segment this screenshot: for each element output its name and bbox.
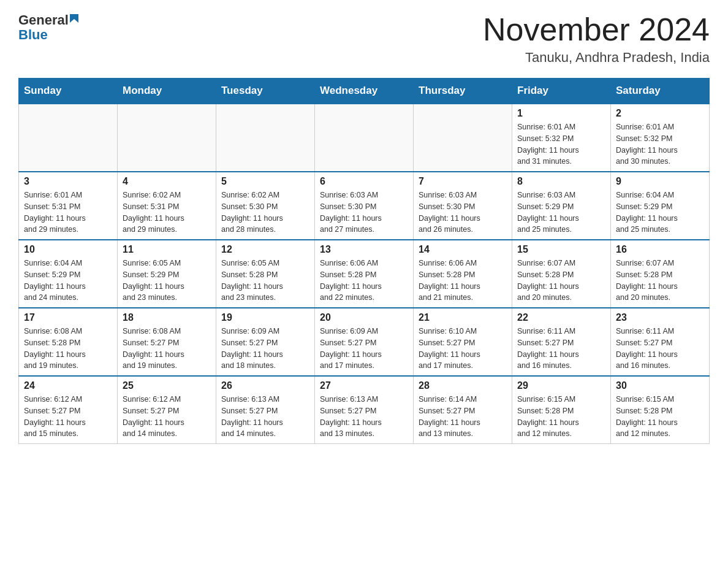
table-row [315,104,414,172]
day-number: 19 [221,312,309,323]
day-info: Sunrise: 6:01 AMSunset: 5:32 PMDaylight:… [616,121,704,167]
day-info: Sunrise: 6:04 AMSunset: 5:29 PMDaylight:… [24,258,112,304]
day-info: Sunrise: 6:13 AMSunset: 5:27 PMDaylight:… [320,394,408,440]
day-info: Sunrise: 6:09 AMSunset: 5:27 PMDaylight:… [320,326,408,372]
day-number: 8 [517,176,605,187]
table-row [118,104,216,172]
table-row: 23Sunrise: 6:11 AMSunset: 5:27 PMDayligh… [611,308,710,376]
logo: General Blue [18,12,83,43]
day-number: 14 [419,244,507,255]
title-block: November 2024 Tanuku, Andhra Pradesh, In… [483,12,710,66]
day-number: 6 [320,176,408,187]
svg-marker-0 [70,14,78,23]
month-year-title: November 2024 [483,12,710,47]
table-row: 1Sunrise: 6:01 AMSunset: 5:32 PMDaylight… [512,104,611,172]
logo-blue-text: Blue [18,27,48,43]
day-number: 13 [320,244,408,255]
day-number: 17 [24,312,112,323]
table-row: 14Sunrise: 6:06 AMSunset: 5:28 PMDayligh… [414,240,512,308]
header-friday: Friday [512,79,611,104]
day-number: 28 [419,380,507,391]
table-row [414,104,512,172]
day-info: Sunrise: 6:03 AMSunset: 5:29 PMDaylight:… [517,190,605,236]
table-row: 19Sunrise: 6:09 AMSunset: 5:27 PMDayligh… [216,308,315,376]
day-info: Sunrise: 6:01 AMSunset: 5:32 PMDaylight:… [517,121,605,167]
day-number: 10 [24,244,112,255]
logo-flag-icon [70,14,83,28]
day-number: 21 [419,312,507,323]
table-row: 4Sunrise: 6:02 AMSunset: 5:31 PMDaylight… [118,172,216,240]
day-info: Sunrise: 6:02 AMSunset: 5:31 PMDaylight:… [123,190,211,236]
day-info: Sunrise: 6:07 AMSunset: 5:28 PMDaylight:… [616,258,704,304]
day-number: 30 [616,380,704,391]
calendar-week-row: 17Sunrise: 6:08 AMSunset: 5:28 PMDayligh… [19,308,710,376]
day-number: 3 [24,176,112,187]
day-info: Sunrise: 6:10 AMSunset: 5:27 PMDaylight:… [419,326,507,372]
header-thursday: Thursday [414,79,512,104]
day-info: Sunrise: 6:07 AMSunset: 5:28 PMDaylight:… [517,258,605,304]
day-info: Sunrise: 6:01 AMSunset: 5:31 PMDaylight:… [24,190,112,236]
day-number: 25 [123,380,211,391]
header-sunday: Sunday [19,79,118,104]
day-number: 23 [616,312,704,323]
day-number: 7 [419,176,507,187]
table-row [216,104,315,172]
table-row: 9Sunrise: 6:04 AMSunset: 5:29 PMDaylight… [611,172,710,240]
table-row: 13Sunrise: 6:06 AMSunset: 5:28 PMDayligh… [315,240,414,308]
header-saturday: Saturday [611,79,710,104]
table-row: 7Sunrise: 6:03 AMSunset: 5:30 PMDaylight… [414,172,512,240]
table-row: 5Sunrise: 6:02 AMSunset: 5:30 PMDaylight… [216,172,315,240]
table-row: 2Sunrise: 6:01 AMSunset: 5:32 PMDaylight… [611,104,710,172]
day-info: Sunrise: 6:11 AMSunset: 5:27 PMDaylight:… [616,326,704,372]
day-info: Sunrise: 6:08 AMSunset: 5:28 PMDaylight:… [24,326,112,372]
calendar-week-row: 10Sunrise: 6:04 AMSunset: 5:29 PMDayligh… [19,240,710,308]
day-info: Sunrise: 6:06 AMSunset: 5:28 PMDaylight:… [320,258,408,304]
table-row: 20Sunrise: 6:09 AMSunset: 5:27 PMDayligh… [315,308,414,376]
table-row: 3Sunrise: 6:01 AMSunset: 5:31 PMDaylight… [19,172,118,240]
table-row: 30Sunrise: 6:15 AMSunset: 5:28 PMDayligh… [611,376,710,444]
day-info: Sunrise: 6:11 AMSunset: 5:27 PMDaylight:… [517,326,605,372]
calendar-week-row: 1Sunrise: 6:01 AMSunset: 5:32 PMDaylight… [19,104,710,172]
day-info: Sunrise: 6:03 AMSunset: 5:30 PMDaylight:… [419,190,507,236]
day-number: 1 [517,108,605,119]
table-row: 24Sunrise: 6:12 AMSunset: 5:27 PMDayligh… [19,376,118,444]
day-number: 18 [123,312,211,323]
day-info: Sunrise: 6:12 AMSunset: 5:27 PMDaylight:… [123,394,211,440]
table-row: 17Sunrise: 6:08 AMSunset: 5:28 PMDayligh… [19,308,118,376]
day-number: 27 [320,380,408,391]
day-info: Sunrise: 6:15 AMSunset: 5:28 PMDaylight:… [616,394,704,440]
day-info: Sunrise: 6:05 AMSunset: 5:28 PMDaylight:… [221,258,309,304]
table-row: 12Sunrise: 6:05 AMSunset: 5:28 PMDayligh… [216,240,315,308]
table-row: 21Sunrise: 6:10 AMSunset: 5:27 PMDayligh… [414,308,512,376]
day-info: Sunrise: 6:05 AMSunset: 5:29 PMDaylight:… [123,258,211,304]
day-info: Sunrise: 6:12 AMSunset: 5:27 PMDaylight:… [24,394,112,440]
day-info: Sunrise: 6:04 AMSunset: 5:29 PMDaylight:… [616,190,704,236]
day-info: Sunrise: 6:08 AMSunset: 5:27 PMDaylight:… [123,326,211,372]
day-info: Sunrise: 6:13 AMSunset: 5:27 PMDaylight:… [221,394,309,440]
page-header: General Blue November 2024 Tanuku, Andhr… [18,12,710,66]
table-row: 27Sunrise: 6:13 AMSunset: 5:27 PMDayligh… [315,376,414,444]
table-row: 25Sunrise: 6:12 AMSunset: 5:27 PMDayligh… [118,376,216,444]
day-number: 4 [123,176,211,187]
table-row: 26Sunrise: 6:13 AMSunset: 5:27 PMDayligh… [216,376,315,444]
header-monday: Monday [118,79,216,104]
day-number: 5 [221,176,309,187]
weekday-header-row: Sunday Monday Tuesday Wednesday Thursday… [19,79,710,104]
day-number: 16 [616,244,704,255]
day-number: 24 [24,380,112,391]
table-row: 16Sunrise: 6:07 AMSunset: 5:28 PMDayligh… [611,240,710,308]
day-number: 26 [221,380,309,391]
day-number: 22 [517,312,605,323]
table-row: 28Sunrise: 6:14 AMSunset: 5:27 PMDayligh… [414,376,512,444]
day-info: Sunrise: 6:14 AMSunset: 5:27 PMDaylight:… [419,394,507,440]
day-info: Sunrise: 6:02 AMSunset: 5:30 PMDaylight:… [221,190,309,236]
table-row: 15Sunrise: 6:07 AMSunset: 5:28 PMDayligh… [512,240,611,308]
day-number: 12 [221,244,309,255]
day-info: Sunrise: 6:06 AMSunset: 5:28 PMDaylight:… [419,258,507,304]
day-number: 11 [123,244,211,255]
table-row: 10Sunrise: 6:04 AMSunset: 5:29 PMDayligh… [19,240,118,308]
table-row [19,104,118,172]
day-info: Sunrise: 6:15 AMSunset: 5:28 PMDaylight:… [517,394,605,440]
table-row: 8Sunrise: 6:03 AMSunset: 5:29 PMDaylight… [512,172,611,240]
logo-general-text: General [18,12,69,28]
